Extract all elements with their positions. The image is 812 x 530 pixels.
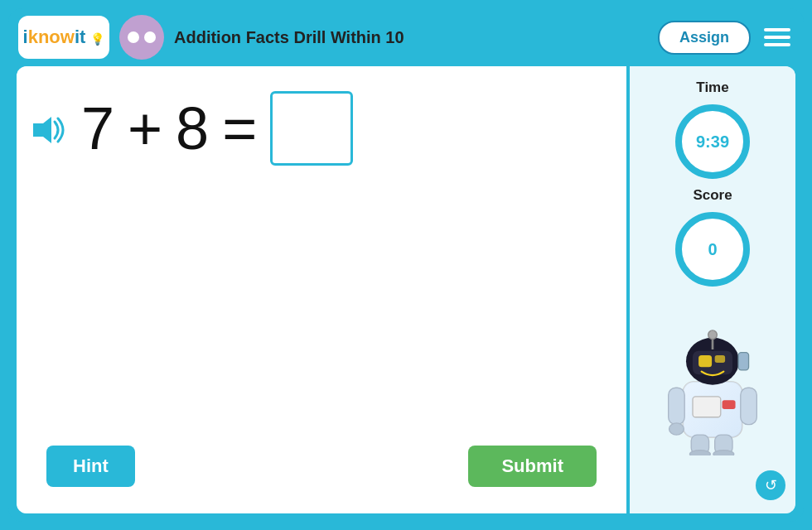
timer-circle: 9:39 <box>675 104 750 179</box>
score-circle: 0 <box>675 212 750 287</box>
logo-text: iknowit 💡 <box>23 26 105 48</box>
timer-label: Time <box>696 80 728 96</box>
equals-sign: = <box>222 99 257 158</box>
hint-button[interactable]: Hint <box>46 446 135 487</box>
equation-row: 7 + 8 = <box>33 91 610 166</box>
score-label: Score <box>693 187 732 204</box>
svg-rect-7 <box>698 355 712 367</box>
svg-point-10 <box>708 330 718 340</box>
operator: + <box>128 99 162 158</box>
svg-rect-12 <box>669 388 685 424</box>
svg-marker-0 <box>33 117 51 143</box>
robot-mascot <box>659 323 766 455</box>
main-area: 7 + 8 = Hint Submit Time 9:39 Score 0 <box>17 66 795 513</box>
svg-point-18 <box>713 450 734 455</box>
submit-button[interactable]: Submit <box>468 446 597 487</box>
svg-rect-4 <box>723 400 736 409</box>
action-buttons: Hint Submit <box>33 436 610 497</box>
svg-point-17 <box>689 450 710 455</box>
assign-button[interactable]: Assign <box>658 21 751 55</box>
answer-input-box[interactable] <box>270 91 353 166</box>
back-arrow-icon: ↺ <box>765 476 777 494</box>
header: iknowit 💡 Addition Facts Drill Within 10… <box>8 8 804 66</box>
volume-icon[interactable] <box>33 115 68 145</box>
lesson-title: Addition Facts Drill Within 10 <box>174 28 648 47</box>
svg-point-14 <box>669 423 684 435</box>
svg-rect-3 <box>693 397 721 417</box>
operand1: 7 <box>81 99 114 158</box>
menu-icon <box>764 43 790 46</box>
svg-rect-13 <box>741 388 757 424</box>
mascot-avatar <box>119 15 164 60</box>
stats-panel: Time 9:39 Score 0 <box>630 66 795 513</box>
menu-icon <box>764 36 790 39</box>
logo: iknowit 💡 <box>18 16 109 59</box>
robot-mascot-container <box>659 295 766 462</box>
question-panel: 7 + 8 = Hint Submit <box>17 66 626 513</box>
svg-rect-11 <box>738 353 748 370</box>
menu-button[interactable] <box>761 25 794 50</box>
operand2: 8 <box>176 99 209 158</box>
menu-icon <box>764 28 790 31</box>
back-arrow-button[interactable]: ↺ <box>756 470 785 500</box>
svg-rect-8 <box>715 355 725 363</box>
